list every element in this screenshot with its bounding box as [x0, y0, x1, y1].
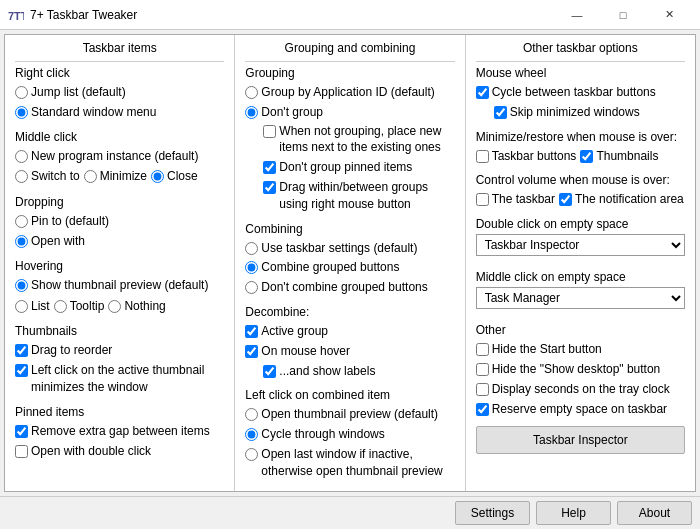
radio-tooltip[interactable]: Tooltip: [54, 298, 105, 315]
main-area: Taskbar items Right click Jump list (def…: [0, 30, 700, 529]
check-hide-show-desktop[interactable]: Hide the "Show desktop" button: [476, 361, 685, 378]
radio-close[interactable]: Close: [151, 168, 198, 185]
radio-minimize[interactable]: Minimize: [84, 168, 147, 185]
pin-to-label: Pin to (default): [31, 213, 109, 230]
combine-grouped-label: Combine grouped buttons: [261, 259, 399, 276]
hovering-label: Hovering: [15, 259, 224, 273]
col3-header: Other taskbar options: [476, 41, 685, 62]
open-thumbnail-label: Open thumbnail preview (default): [261, 406, 438, 423]
check-drag-between[interactable]: Drag within/between groups using right m…: [263, 179, 454, 213]
taskbar-inspector-button[interactable]: Taskbar Inspector: [476, 426, 685, 454]
radio-open-with[interactable]: Open with: [15, 233, 224, 250]
dropping-group: Pin to (default) Open with: [15, 212, 224, 251]
dont-group-pinned-label: Don't group pinned items: [279, 159, 412, 176]
radio-show-thumbnail[interactable]: Show thumbnail preview (default): [15, 277, 224, 294]
maximize-button[interactable]: □: [600, 0, 646, 30]
check-thumbnails[interactable]: Thumbnails: [580, 148, 658, 165]
about-button[interactable]: About: [617, 501, 692, 525]
jump-list-label: Jump list (default): [31, 84, 126, 101]
col-other-options: Other taskbar options Mouse wheel Cycle …: [466, 35, 695, 491]
pinned-items-label: Pinned items: [15, 405, 224, 419]
radio-jump-list[interactable]: Jump list (default): [15, 84, 224, 101]
left-click-active-label: Left click on the active thumbnail minim…: [31, 362, 224, 396]
the-taskbar-label: The taskbar: [492, 191, 555, 208]
list-label: List: [31, 298, 50, 315]
check-on-mouse-hover[interactable]: On mouse hover: [245, 343, 454, 360]
notification-area-label: The notification area: [575, 191, 684, 208]
radio-nothing[interactable]: Nothing: [108, 298, 165, 315]
open-with-label: Open with: [31, 233, 85, 250]
radio-group-appid[interactable]: Group by Application ID (default): [245, 84, 454, 101]
col2-header: Grouping and combining: [245, 41, 454, 62]
radio-new-program[interactable]: New program instance (default): [15, 148, 224, 165]
control-volume-label: Control volume when mouse is over:: [476, 173, 685, 187]
radio-combine-grouped[interactable]: Combine grouped buttons: [245, 259, 454, 276]
check-taskbar-buttons[interactable]: Taskbar buttons: [476, 148, 577, 165]
check-notification-area[interactable]: The notification area: [559, 191, 684, 208]
middle-click-label: Middle click: [15, 130, 224, 144]
check-the-taskbar[interactable]: The taskbar: [476, 191, 555, 208]
thumbnails-section-label: Thumbnails: [15, 324, 224, 338]
middle-click-select[interactable]: Task Manager Taskbar Inspector Nothing: [476, 287, 685, 309]
radio-open-thumbnail[interactable]: Open thumbnail preview (default): [245, 406, 454, 423]
tooltip-label: Tooltip: [70, 298, 105, 315]
radio-dont-group[interactable]: Don't group: [245, 104, 454, 121]
window-title: 7+ Taskbar Tweaker: [30, 8, 554, 22]
check-place-new-items[interactable]: When not grouping, place new items next …: [263, 123, 454, 157]
col-grouping: Grouping and combining Grouping Group by…: [235, 35, 465, 491]
show-thumbnail-label: Show thumbnail preview (default): [31, 277, 208, 294]
check-left-click-active[interactable]: Left click on the active thumbnail minim…: [15, 362, 224, 396]
hovering-inline: List Tooltip Nothing: [15, 297, 224, 316]
thumbnails-label: Thumbnails: [596, 148, 658, 165]
radio-standard-window[interactable]: Standard window menu: [15, 104, 224, 121]
svg-text:7TT: 7TT: [8, 10, 24, 22]
minimize-label: Minimize: [100, 168, 147, 185]
check-skip-minimized[interactable]: Skip minimized windows: [494, 104, 685, 121]
minimize-restore-label: Minimize/restore when mouse is over:: [476, 130, 685, 144]
open-double-click-label: Open with double click: [31, 443, 151, 460]
check-reserve-space[interactable]: Reserve empty space on taskbar: [476, 401, 685, 418]
on-mouse-hover-label: On mouse hover: [261, 343, 350, 360]
help-button[interactable]: Help: [536, 501, 611, 525]
check-remove-gap[interactable]: Remove extra gap between items: [15, 423, 224, 440]
check-drag-reorder[interactable]: Drag to reorder: [15, 342, 224, 359]
new-program-label: New program instance (default): [31, 148, 198, 165]
check-dont-group-pinned[interactable]: Don't group pinned items: [263, 159, 454, 176]
radio-use-taskbar-settings[interactable]: Use taskbar settings (default): [245, 240, 454, 257]
settings-button[interactable]: Settings: [455, 501, 530, 525]
radio-open-last-window[interactable]: Open last window if inactive, otherwise …: [245, 446, 454, 480]
radio-pin-to[interactable]: Pin to (default): [15, 213, 224, 230]
check-hide-start[interactable]: Hide the Start button: [476, 341, 685, 358]
radio-cycle-windows[interactable]: Cycle through windows: [245, 426, 454, 443]
columns-container: Taskbar items Right click Jump list (def…: [4, 34, 696, 492]
check-cycle-taskbar[interactable]: Cycle between taskbar buttons: [476, 84, 685, 101]
grouping-section-label: Grouping: [245, 66, 454, 80]
left-click-section-label: Left click on combined item: [245, 388, 454, 402]
reserve-space-label: Reserve empty space on taskbar: [492, 401, 667, 418]
switch-to-label: Switch to: [31, 168, 80, 185]
minimize-restore-group: Taskbar buttons Thumbnails: [476, 147, 685, 166]
radio-list[interactable]: List: [15, 298, 50, 315]
left-click-group: Open thumbnail preview (default) Cycle t…: [245, 405, 454, 480]
close-button[interactable]: ✕: [646, 0, 692, 30]
check-open-double-click[interactable]: Open with double click: [15, 443, 224, 460]
pinned-items-group: Remove extra gap between items Open with…: [15, 422, 224, 461]
check-active-group[interactable]: Active group: [245, 323, 454, 340]
check-show-labels[interactable]: ...and show labels: [263, 363, 454, 380]
radio-switch-to[interactable]: Switch to: [15, 168, 80, 185]
radio-dont-combine[interactable]: Don't combine grouped buttons: [245, 279, 454, 296]
check-display-seconds[interactable]: Display seconds on the tray clock: [476, 381, 685, 398]
right-click-label: Right click: [15, 66, 224, 80]
other-options-group: Hide the Start button Hide the "Show des…: [476, 340, 685, 418]
minimize-button[interactable]: —: [554, 0, 600, 30]
col-taskbar-items: Taskbar items Right click Jump list (def…: [5, 35, 235, 491]
show-labels-label: ...and show labels: [279, 363, 375, 380]
skip-minimized-label: Skip minimized windows: [510, 104, 640, 121]
right-click-group: Jump list (default) Standard window menu: [15, 83, 224, 122]
display-seconds-label: Display seconds on the tray clock: [492, 381, 670, 398]
cycle-taskbar-label: Cycle between taskbar buttons: [492, 84, 656, 101]
active-group-label: Active group: [261, 323, 328, 340]
combining-section-label: Combining: [245, 222, 454, 236]
title-bar: 7TT 7+ Taskbar Tweaker — □ ✕: [0, 0, 700, 30]
double-click-select[interactable]: Taskbar Inspector Task Manager Nothing: [476, 234, 685, 256]
